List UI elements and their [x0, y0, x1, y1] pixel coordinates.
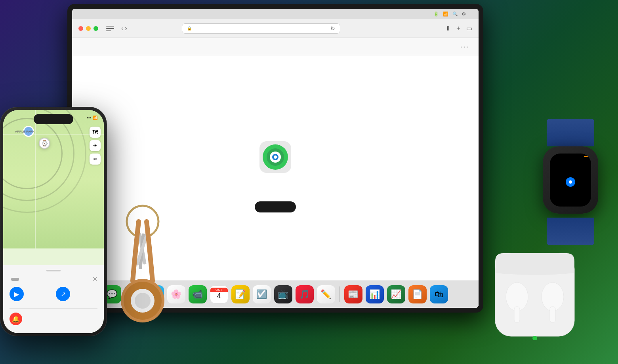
keys-svg — [103, 190, 182, 340]
map-controls: 🗺 ✈ 3D — [90, 127, 101, 165]
minimize-button[interactable] — [86, 26, 91, 31]
safari-toolbar: ‹ › 🔒 ↻ ⬆ ＋ ▭ — [72, 19, 479, 38]
airtag-keys-visual — [103, 190, 182, 340]
new-tab-icon[interactable]: ＋ — [455, 24, 462, 32]
dock-notes[interactable]: 📝 — [231, 285, 250, 304]
sidebar-panels-icon[interactable]: ▭ — [466, 25, 472, 32]
watch-screen — [550, 154, 591, 207]
dock-music[interactable]: 🎵 — [295, 285, 314, 304]
dock-calendar[interactable]: OCT 4 — [210, 285, 229, 304]
dock-appletv[interactable]: 📺 — [274, 285, 293, 304]
airpods-svg — [483, 229, 586, 340]
nav-arrows: ‹ › — [121, 25, 127, 32]
sidebar-bar-1 — [106, 26, 114, 27]
fullscreen-button[interactable] — [93, 26, 98, 31]
svg-point-5 — [274, 155, 277, 159]
compass-icon[interactable]: ✈ — [90, 140, 101, 151]
back-arrow-icon[interactable]: ‹ — [121, 25, 123, 32]
iphone-screen: ▪▪▪ 📶 ⌚ 🗺 ✈ 3D APPLE PARK — [3, 110, 104, 333]
card-header-left — [10, 278, 19, 281]
search-icon[interactable]: 🔍 — [452, 11, 458, 17]
dock-facetime[interactable]: 📹 — [188, 285, 207, 304]
directions-action[interactable]: ↗ — [56, 287, 97, 304]
iphone-map: ⌚ 🗺 ✈ 3D APPLE PARK — [3, 110, 104, 248]
notifications-row[interactable]: 🔔 — [10, 308, 97, 325]
iphone-frame: ▪▪▪ 📶 ⌚ 🗺 ✈ 3D APPLE PARK — [0, 107, 107, 336]
map-arc-3 — [3, 110, 86, 213]
dock-freeform[interactable]: ✏️ — [317, 285, 336, 304]
wifi-status-icon: 📶 — [93, 116, 97, 120]
svg-rect-19 — [550, 307, 555, 322]
iphone-dynamic-island — [34, 114, 73, 124]
notifications-icon: 🔔 — [10, 313, 22, 325]
signal-icon: ▪▪▪ — [87, 116, 91, 120]
watch-location-dot — [566, 177, 575, 187]
safari-toolbar-right: ⬆ ＋ ▭ — [445, 24, 472, 32]
dock-numbers[interactable]: 📈 — [387, 285, 406, 304]
svg-point-13 — [135, 293, 151, 309]
sidebar-bar-2 — [106, 28, 114, 29]
svg-point-15 — [532, 336, 537, 340]
3d-toggle[interactable]: 3D — [90, 154, 101, 165]
sidebar-toggle[interactable] — [106, 26, 114, 31]
refresh-icon[interactable]: ↻ — [330, 25, 335, 32]
wifi-icon: 📶 — [443, 11, 448, 17]
control-center-icon[interactable]: ⚙ — [462, 11, 466, 17]
lock-icon: 🔒 — [187, 26, 192, 30]
watch-dot-inner — [569, 180, 572, 184]
watch-band-top — [547, 119, 594, 146]
apple-park-label: APPLE PARK — [15, 130, 34, 133]
menu-bar-right: 🔋 📶 🔍 ⚙ — [433, 11, 474, 17]
card-close-button[interactable]: ✕ — [92, 275, 97, 283]
icloud-more-options[interactable]: ··· — [460, 42, 469, 51]
traffic-lights — [78, 26, 98, 31]
drag-indicator — [46, 270, 61, 271]
close-button[interactable] — [78, 26, 83, 31]
map-road-h — [3, 134, 104, 135]
watch-info-badge — [584, 156, 588, 157]
svg-point-6 — [127, 206, 158, 237]
dock-pages[interactable]: 📄 — [408, 285, 427, 304]
dock-appstore[interactable]: 🛍 — [429, 285, 448, 304]
watch-band-bottom — [547, 218, 594, 245]
card-header: ✕ — [10, 275, 97, 283]
svg-rect-17 — [514, 307, 520, 322]
dock-separator — [340, 286, 340, 302]
play-sound-icon: ▶ — [10, 287, 24, 301]
watch-body — [543, 146, 598, 214]
forward-arrow-icon[interactable]: › — [125, 25, 127, 32]
sign-in-button[interactable] — [255, 201, 296, 212]
apple-watch-frame — [535, 138, 606, 226]
device-info-card: ✕ ▶ ↗ 🔔 — [3, 265, 104, 333]
dock-keynote[interactable]: 📊 — [365, 285, 384, 304]
map-road-v — [35, 110, 36, 248]
directions-icon: ↗ — [56, 287, 70, 301]
dock-reminders[interactable]: ☑️ — [252, 285, 271, 304]
map-icon[interactable]: 🗺 — [90, 127, 101, 138]
device-time-label — [10, 278, 19, 281]
address-bar[interactable]: 🔒 ↻ — [182, 23, 340, 34]
airpods-visual — [483, 229, 586, 340]
watch-location-pin: ⌚ — [39, 138, 50, 149]
icloud-nav: ··· — [72, 38, 479, 55]
menu-bar: 🔋 📶 🔍 ⚙ — [72, 9, 479, 19]
share-icon[interactable]: ⬆ — [445, 25, 450, 32]
play-sound-action[interactable]: ▶ — [10, 287, 51, 304]
dock-news[interactable]: 📰 — [344, 285, 363, 304]
battery-bar — [11, 278, 19, 281]
sidebar-bar-3 — [106, 30, 111, 31]
iphone-status-icons: ▪▪▪ 📶 — [87, 116, 97, 120]
card-actions: ▶ ↗ — [10, 287, 97, 304]
find-my-icon — [259, 141, 291, 173]
battery-status-icon: 🔋 — [433, 11, 439, 17]
